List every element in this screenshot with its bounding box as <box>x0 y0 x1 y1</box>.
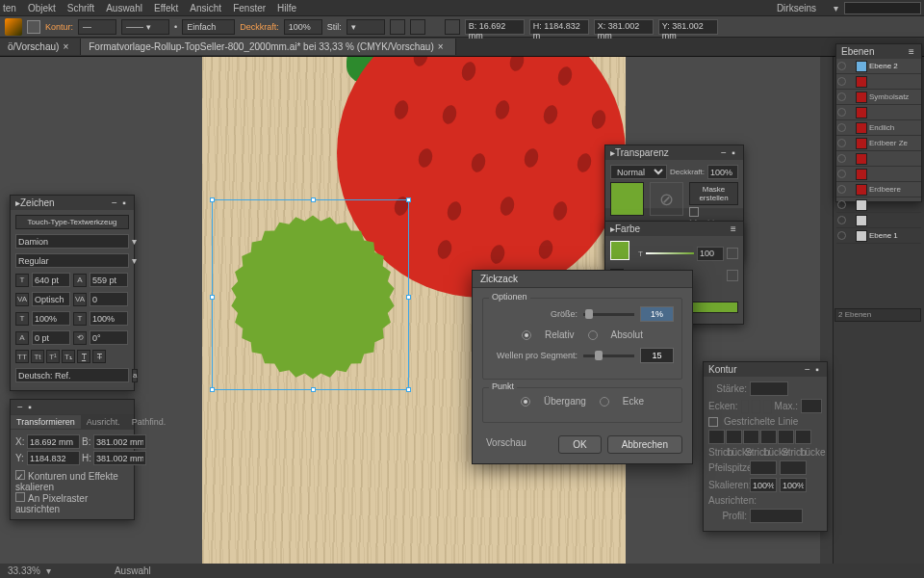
cap-butt-icon[interactable] <box>741 400 750 413</box>
ridges-input[interactable] <box>640 348 674 363</box>
dim-y[interactable]: Y: 381.002 mm <box>658 19 718 35</box>
visibility-icon[interactable] <box>837 108 846 117</box>
layer-row[interactable]: Erdbeer Ze <box>836 136 921 151</box>
visibility-icon[interactable] <box>837 154 846 163</box>
close-icon[interactable]: ▪ <box>25 402 35 412</box>
cap-round-icon[interactable] <box>752 400 760 413</box>
scale-end[interactable] <box>780 478 807 492</box>
layer-row[interactable] <box>836 74 921 90</box>
zoom-level[interactable]: 33.33% <box>8 565 40 576</box>
visibility-icon[interactable] <box>837 123 846 132</box>
underline-icon[interactable]: T̲ <box>77 350 90 363</box>
font-weight-input[interactable] <box>15 253 129 268</box>
brush-combo[interactable]: Einfach <box>182 19 235 35</box>
menu-type[interactable]: Schrift <box>67 3 94 13</box>
stroke-profile[interactable]: —— ▾ <box>121 19 169 35</box>
tab-pathfinder[interactable]: Pathfind. <box>126 415 172 429</box>
rotation-input[interactable] <box>90 330 128 345</box>
hscale-input[interactable] <box>90 311 128 326</box>
align-icon[interactable] <box>390 19 405 35</box>
scale-start[interactable] <box>750 478 777 492</box>
corner-radio[interactable] <box>600 397 609 407</box>
ridges-slider[interactable] <box>583 355 634 357</box>
minimize-icon[interactable]: − <box>719 147 729 158</box>
close-icon[interactable]: × <box>59 41 72 52</box>
dashed-check[interactable] <box>708 417 718 427</box>
smooth-radio[interactable] <box>521 397 530 407</box>
minimize-icon[interactable]: − <box>110 197 119 208</box>
menu-help[interactable]: Hilfe <box>277 3 296 13</box>
baseline-input[interactable] <box>32 330 70 345</box>
none-icon[interactable] <box>727 248 738 259</box>
visibility-icon[interactable] <box>837 139 846 147</box>
ok-button[interactable]: OK <box>558 435 601 454</box>
x-input[interactable] <box>27 434 80 449</box>
size-input[interactable] <box>640 306 674 322</box>
layer-row[interactable] <box>836 197 921 213</box>
fill-swatch[interactable] <box>27 20 40 34</box>
layer-row[interactable]: Erdbeere <box>836 182 921 197</box>
relative-radio[interactable] <box>522 330 531 340</box>
vscale-input[interactable] <box>32 311 70 326</box>
leading-input[interactable] <box>90 273 128 287</box>
opacity-input[interactable] <box>707 165 738 179</box>
menu-icon[interactable]: ≡ <box>729 223 738 234</box>
layer-row[interactable] <box>836 151 921 167</box>
font-size-input[interactable] <box>32 273 70 287</box>
layer-row[interactable] <box>836 167 921 182</box>
menu-effect[interactable]: Effekt <box>154 3 178 13</box>
arrow-start[interactable] <box>750 460 777 475</box>
size-slider[interactable] <box>583 313 634 316</box>
style-combo[interactable]: ▾ <box>346 19 385 35</box>
arrow-end[interactable] <box>780 460 807 475</box>
close-icon[interactable]: ▪ <box>812 364 822 375</box>
opacity-input[interactable]: 100% <box>284 19 322 35</box>
miter-input[interactable] <box>801 399 822 413</box>
scale-strokes-check[interactable] <box>15 470 25 480</box>
dim-x[interactable]: X: 381.002 mm <box>594 19 654 35</box>
no-mask-icon[interactable]: ⊘ <box>650 182 683 216</box>
cap-proj-icon[interactable] <box>763 400 772 413</box>
close-icon[interactable]: × <box>434 41 448 52</box>
absolute-radio[interactable] <box>588 330 598 340</box>
y-input[interactable] <box>27 451 80 465</box>
green-badge[interactable] <box>221 208 404 386</box>
registration-icon[interactable] <box>727 270 738 281</box>
cancel-button[interactable]: Abbrechen <box>607 435 682 454</box>
layer-row[interactable]: Symbolsatz <box>836 90 921 105</box>
font-family-input[interactable] <box>15 234 129 249</box>
close-icon[interactable]: ▪ <box>119 197 129 208</box>
pixel-grid-check[interactable] <box>15 492 25 502</box>
visibility-icon[interactable] <box>837 185 846 194</box>
smallcaps-icon[interactable]: Tt <box>31 350 44 363</box>
visibility-icon[interactable] <box>837 231 846 240</box>
tab-transform[interactable]: Transformieren <box>11 415 81 429</box>
minimize-icon[interactable]: − <box>15 402 25 412</box>
dim-h[interactable]: H: 1184.832 m <box>529 19 589 35</box>
tracking-input[interactable] <box>90 292 128 306</box>
visibility-icon[interactable] <box>837 170 846 178</box>
user-label[interactable]: Dirkseins <box>777 3 816 13</box>
layer-row[interactable]: Endlich <box>836 120 921 136</box>
tab-2[interactable]: Formatvorlage-Rollup-TopSeller-800_2000m… <box>81 39 455 55</box>
antialias-icon[interactable]: a <box>132 369 138 382</box>
menu-file[interactable]: ten <box>3 3 16 13</box>
minimize-icon[interactable]: − <box>803 364 812 375</box>
subscript-icon[interactable]: T₁ <box>62 350 75 363</box>
tab-align[interactable]: Ausricht. <box>81 415 126 429</box>
touch-type-button[interactable]: Touch-Type-Textwerkzeug <box>15 215 129 229</box>
thumbnail-swatch[interactable] <box>610 182 644 216</box>
fill-swatch[interactable] <box>610 241 629 260</box>
superscript-icon[interactable]: T¹ <box>46 350 60 363</box>
menu-view[interactable]: Ansicht <box>190 3 221 13</box>
visibility-icon[interactable] <box>837 216 846 224</box>
dim-b[interactable]: B: 16.692 mm <box>465 19 525 35</box>
anchor-ref-icon[interactable] <box>445 19 460 35</box>
visibility-icon[interactable] <box>837 200 846 209</box>
tab-1[interactable]: ö/Vorschau)× <box>0 39 81 55</box>
close-icon[interactable]: ▪ <box>729 147 738 158</box>
visibility-icon[interactable] <box>837 92 846 101</box>
make-mask-button[interactable]: Maske erstellen <box>689 182 738 205</box>
menu-select[interactable]: Auswahl <box>106 3 142 13</box>
layer-row[interactable]: Ebene 2 <box>836 59 921 74</box>
